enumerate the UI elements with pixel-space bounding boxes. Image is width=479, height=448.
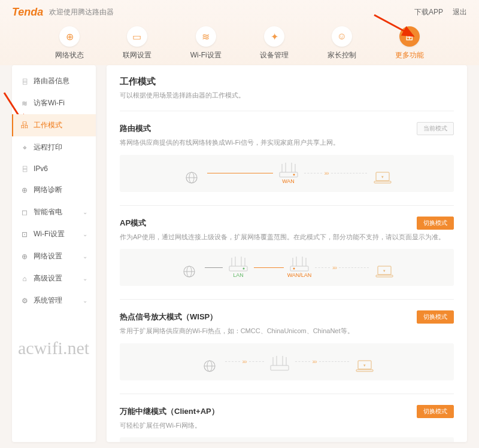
wireless-icon: ›››: [325, 170, 329, 176]
page-subtitle: 可以根据使用场景选择路由器的工作模式。: [120, 91, 454, 100]
current-mode-button: 当前模式: [417, 122, 454, 135]
wireless-icon: ›››: [242, 358, 247, 365]
mode-desc: 常用于扩展网络供应商的Wi-Fi热点，如：CMCC、ChinaUnicom、Ch…: [120, 326, 454, 336]
wireless-icon: ›››: [332, 264, 336, 271]
svg-text:▾: ▾: [363, 363, 366, 367]
brand-logo: Tenda: [12, 6, 43, 19]
mode-title: 万能中继模式（Client+AP）: [120, 406, 219, 417]
download-app-link[interactable]: 下载APP: [414, 7, 443, 17]
grid-icon: ⊞: [399, 26, 420, 47]
page-title: 工作模式: [120, 76, 454, 87]
sidebar-item-diagnostics[interactable]: ⊕网络诊断: [12, 179, 96, 201]
mode-desc: 将网络供应商提供的有线网络转换成Wi-Fi信号，并实现家庭用户共享上网。: [120, 138, 454, 148]
sidebar-label: 高级设置: [34, 273, 62, 284]
nav-more-features[interactable]: ⊞ 更多功能: [395, 26, 424, 60]
router-icon: WAN: [275, 163, 302, 184]
sidebar-label: 工作模式: [34, 120, 62, 130]
nav-label: 网络状态: [55, 50, 84, 60]
mode-diagram: ››› ››› ▾: [120, 437, 454, 442]
mode-diagram: WAN ››› ▾: [120, 155, 454, 192]
nav-label: 联网设置: [123, 50, 151, 60]
sidebar-item-wifi-settings[interactable]: ⊡Wi-Fi设置⌄: [12, 223, 96, 245]
adv-icon: ⌂: [20, 275, 29, 283]
wireless-icon: ›››: [313, 358, 317, 365]
svg-text:▾: ▾: [383, 269, 386, 273]
mode-title: 热点信号放大模式（WISP）: [120, 312, 217, 322]
welcome-text: 欢迎使用腾达路由器: [49, 7, 114, 17]
mode-diagram: ››› ››› ▾: [120, 343, 454, 380]
sidebar-item-remote-print[interactable]: ⌖远程打印: [12, 136, 96, 159]
chevron-down-icon: ⌄: [83, 253, 87, 260]
mode-ap: AP模式 切换模式 作为AP使用，通过网线连接上级设备，扩展网络覆盖范围。在此模…: [120, 205, 454, 300]
sidebar-item-ipv6[interactable]: ⌸IPv6: [12, 159, 96, 179]
sidebar-item-router-info[interactable]: ⌸路由器信息: [12, 70, 96, 92]
laptop-icon: ▾: [351, 351, 378, 373]
mode-wisp: 热点信号放大模式（WISP） 切换模式 常用于扩展网络供应商的Wi-Fi热点，如…: [120, 299, 454, 394]
ap-router-icon: WAN/LAN: [286, 257, 313, 278]
port-label: LAN: [233, 272, 244, 278]
sidebar-item-advanced[interactable]: ⌂高级设置⌄: [12, 267, 96, 289]
gear-icon: ⚙: [20, 297, 29, 305]
port-label: WAN: [282, 178, 295, 184]
globe-icon: ⊕: [59, 26, 80, 47]
nav-parental-control[interactable]: ☺ 家长控制: [328, 26, 356, 60]
power-icon: ◻: [20, 208, 29, 217]
print-icon: ⌖: [20, 144, 29, 152]
nav-internet-settings[interactable]: ▭ 联网设置: [123, 26, 151, 60]
sidebar: ⌸路由器信息 ≋访客Wi-Fi 品工作模式 ⌖远程打印 ⌸IPv6 ⊕网络诊断 …: [12, 65, 96, 442]
diag-icon: ⊕: [20, 186, 29, 194]
sidebar-item-network-settings[interactable]: ⊕网络设置⌄: [12, 245, 96, 267]
nav-label: 更多功能: [395, 50, 424, 60]
mode-title: AP模式: [120, 218, 146, 228]
svg-text:▾: ▾: [381, 175, 384, 179]
internet-icon: [178, 163, 205, 184]
internet-icon: [176, 257, 202, 278]
nav-label: 设备管理: [260, 50, 289, 60]
sidebar-label: 网络设置: [34, 251, 62, 261]
laptop-icon: ▾: [369, 163, 396, 184]
switch-mode-button[interactable]: 切换模式: [417, 405, 454, 418]
sidebar-label: 访客Wi-Fi: [34, 98, 65, 108]
router-icon: [266, 351, 293, 373]
nav-wifi-settings[interactable]: ≋ Wi-Fi设置: [190, 26, 222, 60]
user-icon: ☺: [332, 26, 352, 47]
sidebar-label: 网络诊断: [34, 185, 62, 195]
mode-router: 路由模式 当前模式 将网络供应商提供的有线网络转换成Wi-Fi信号，并实现家庭用…: [120, 111, 454, 205]
svg-rect-37: [271, 365, 289, 370]
sidebar-item-system[interactable]: ⚙系统管理⌄: [12, 289, 96, 312]
mode-desc: 作为AP使用，通过网线连接上级设备，扩展网络覆盖范围。在此模式下，部分功能不支持…: [120, 232, 454, 242]
nav-device-management[interactable]: ✦ 设备管理: [260, 26, 289, 60]
switch-mode-button[interactable]: 切换模式: [417, 310, 454, 324]
sidebar-item-work-mode[interactable]: 品工作模式: [12, 114, 96, 136]
svg-point-8: [293, 173, 295, 175]
info-icon: ⌸: [20, 77, 29, 86]
laptop-icon: ▾: [371, 257, 398, 278]
sidebar-label: 路由器信息: [34, 76, 69, 86]
chevron-down-icon: ⌄: [83, 275, 87, 282]
nav-network-status[interactable]: ⊕ 网络状态: [55, 26, 84, 60]
svg-point-26: [293, 268, 295, 270]
main-nav: ⊕ 网络状态 ▭ 联网设置 ≋ Wi-Fi设置 ✦ 设备管理 ☺ 家长控制 ⊞ …: [12, 20, 467, 65]
nav-label: Wi-Fi设置: [190, 50, 222, 60]
sidebar-label: 系统管理: [34, 295, 62, 306]
monitor-icon: ▭: [127, 26, 147, 47]
svg-rect-10: [374, 181, 391, 183]
ipv6-icon: ⌸: [20, 164, 29, 173]
sidebar-label: Wi-Fi设置: [34, 229, 65, 239]
chevron-down-icon: ⌄: [83, 297, 87, 304]
sidebar-item-power-saving[interactable]: ◻智能省电⌄: [12, 201, 96, 223]
switch-mode-button[interactable]: 切换模式: [417, 217, 454, 230]
logout-link[interactable]: 退出: [453, 7, 467, 17]
svg-point-20: [243, 268, 245, 270]
nav-label: 家长控制: [328, 50, 356, 60]
mode-desc: 可轻松扩展任何Wi-Fi网络。: [120, 420, 454, 431]
upstream-router-icon: LAN: [225, 257, 251, 278]
port-label: WAN/LAN: [287, 272, 312, 278]
chevron-down-icon: ⌄: [83, 231, 87, 237]
svg-rect-39: [356, 370, 373, 371]
internet-icon: [196, 351, 223, 373]
sidebar-label: 智能省电: [34, 207, 62, 217]
sidebar-label: IPv6: [34, 164, 48, 173]
wifi-icon: ≋: [20, 99, 29, 108]
sidebar-item-guest-wifi[interactable]: ≋访客Wi-Fi: [12, 92, 96, 114]
